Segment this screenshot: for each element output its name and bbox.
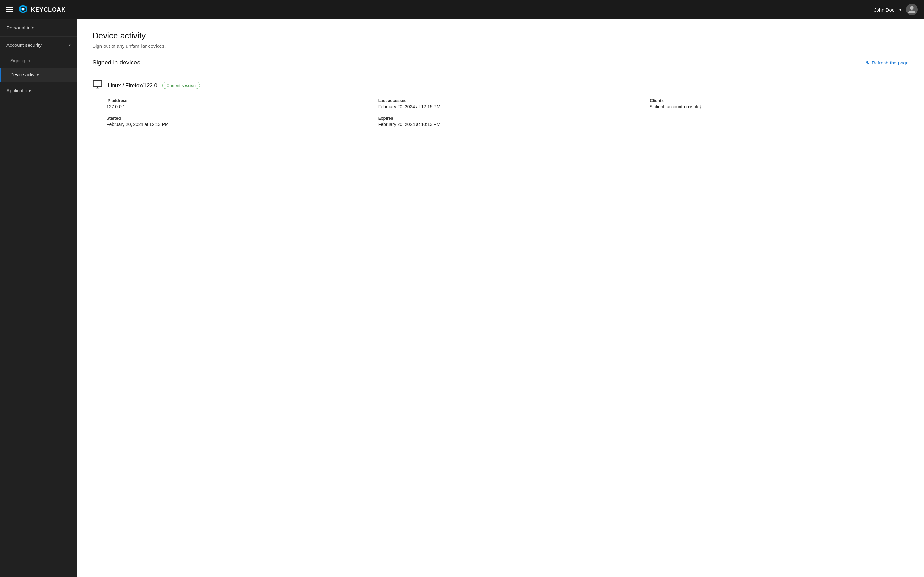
current-session-badge: Current session: [162, 82, 200, 89]
sidebar-section-account-security: Account security ▾ Signing in Device act…: [0, 37, 77, 82]
section-title: Signed in devices: [92, 59, 140, 66]
hamburger-menu-button[interactable]: [6, 7, 13, 12]
section-header-row: Signed in devices ↻ Refresh the page: [92, 59, 909, 66]
page-title: Device activity: [92, 31, 909, 41]
last-accessed-value: February 20, 2024 at 12:15 PM: [378, 104, 637, 109]
topbar-left: KEYCLOAK: [6, 4, 66, 15]
main-layout: Personal info Account security ▾ Signing…: [0, 19, 924, 577]
user-name[interactable]: John Doe: [874, 7, 895, 13]
refresh-label: Refresh the page: [872, 60, 909, 65]
refresh-icon: ↻: [866, 60, 870, 66]
monitor-icon: [92, 79, 103, 92]
keycloak-logo-icon: [18, 4, 28, 15]
sidebar-item-account-security[interactable]: Account security ▾: [0, 37, 77, 53]
clients-group: Clients ${client_account-console}: [650, 98, 909, 109]
logo-area: KEYCLOAK: [18, 4, 66, 15]
started-value: February 20, 2024 at 12:13 PM: [107, 122, 365, 127]
sidebar-sub-item-device-activity[interactable]: Device activity: [0, 68, 77, 82]
device-card: Linux / Firefox/122.0 Current session IP…: [92, 71, 909, 135]
expires-label: Expires: [378, 116, 637, 121]
last-accessed-label: Last accessed: [378, 98, 637, 103]
topbar-right: John Doe ▼: [874, 4, 918, 15]
user-dropdown-arrow-icon[interactable]: ▼: [898, 7, 902, 12]
device-header: Linux / Firefox/122.0 Current session: [92, 79, 909, 92]
topbar: KEYCLOAK John Doe ▼: [0, 0, 924, 19]
logo-text: KEYCLOAK: [31, 6, 66, 13]
device-info-grid: IP address 127.0.0.1 Last accessed Febru…: [92, 98, 909, 127]
device-name: Linux / Firefox/122.0: [108, 82, 157, 89]
sidebar-sub-item-signing-in[interactable]: Signing in: [0, 53, 77, 68]
ip-address-label: IP address: [107, 98, 365, 103]
main-content: Device activity Sign out of any unfamili…: [77, 19, 924, 577]
svg-point-3: [22, 8, 24, 10]
started-label: Started: [107, 116, 365, 121]
refresh-link[interactable]: ↻ Refresh the page: [866, 60, 909, 66]
avatar[interactable]: [906, 4, 918, 15]
sidebar-item-applications[interactable]: Applications: [0, 82, 77, 99]
clients-value: ${client_account-console}: [650, 104, 909, 109]
ip-address-group: IP address 127.0.0.1: [107, 98, 365, 109]
sidebar: Personal info Account security ▾ Signing…: [0, 19, 77, 577]
expires-value: February 20, 2024 at 10:13 PM: [378, 122, 637, 127]
clients-label: Clients: [650, 98, 909, 103]
page-subtitle: Sign out of any unfamiliar devices.: [92, 43, 909, 49]
ip-address-value: 127.0.0.1: [107, 104, 365, 109]
expires-group: Expires February 20, 2024 at 10:13 PM: [378, 116, 637, 127]
sidebar-item-personal-info[interactable]: Personal info: [0, 19, 77, 37]
chevron-down-icon: ▾: [69, 43, 71, 47]
svg-rect-4: [94, 81, 102, 87]
last-accessed-group: Last accessed February 20, 2024 at 12:15…: [378, 98, 637, 109]
started-group: Started February 20, 2024 at 12:13 PM: [107, 116, 365, 127]
